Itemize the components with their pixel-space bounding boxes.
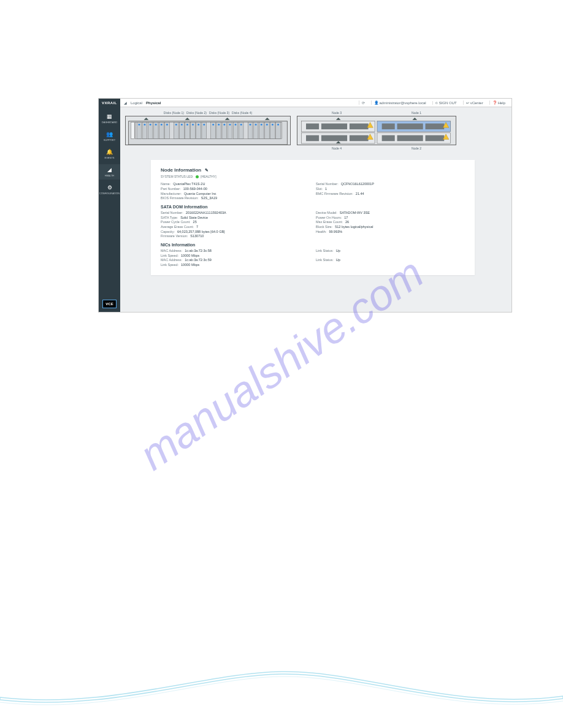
svg-marker-4	[265, 118, 270, 120]
nic-info-value: Up	[336, 249, 340, 254]
node-label-3[interactable]: Node 3	[332, 111, 342, 115]
help-icon: ❓	[492, 100, 497, 105]
svg-point-8	[144, 124, 146, 126]
sata-info-row: SATA Type:Solid State Device	[161, 216, 310, 221]
sata-info-key: Max Erase Count:	[316, 220, 343, 225]
sata-info-row: Serial Number:20160224AA1111592403A	[161, 211, 310, 216]
svg-point-12	[166, 124, 168, 126]
svg-marker-2	[185, 118, 190, 120]
sata-info-value: 64,023,257,088 bytes [64.0 GB]	[177, 230, 225, 235]
svg-rect-42	[426, 124, 445, 130]
svg-point-15	[186, 124, 188, 126]
node-info-key: BIOS Firmware Revision:	[161, 196, 199, 201]
help-link[interactable]: ❓ Help	[489, 100, 508, 105]
node-info-key: BMC Firmware Revision:	[316, 192, 353, 197]
node-info-row: Part Number:100-569-044-00	[161, 187, 310, 192]
dashboard-icon: ▦	[107, 113, 112, 119]
nic-info-key: Link Speed:	[161, 263, 178, 268]
nic-info-key: Link Status:	[316, 258, 334, 263]
brand-logo: VXRAIL	[102, 101, 117, 105]
edit-icon[interactable]: ✎	[205, 168, 209, 172]
refresh-button[interactable]: ⟳	[359, 100, 367, 105]
svg-point-17	[197, 124, 199, 126]
sata-info-row: Firmware Version:S130710	[161, 234, 310, 239]
node-info-value: 1	[325, 187, 327, 192]
disk-group-1[interactable]: Disks (Node 1)	[164, 111, 184, 115]
system-status-line: SYSTEM STATUS LED: [HEALTHY]	[161, 175, 465, 178]
nic-info-value: 1c:ab:3a:72:3c:59	[185, 258, 212, 263]
footer-wave	[0, 654, 563, 728]
node-info-key: Manufacturer:	[161, 192, 182, 197]
nic-info-value: Up	[336, 258, 340, 263]
svg-point-18	[203, 124, 205, 126]
svg-marker-3	[225, 118, 230, 120]
node-label-1[interactable]: Node 1	[412, 111, 421, 115]
svg-point-27	[261, 124, 262, 126]
sata-info-key: Firmware Version:	[161, 234, 188, 239]
sidebar-item-dashboard[interactable]: ▦ DASHBOARD	[99, 111, 120, 126]
node-info-key: Serial Number:	[316, 182, 339, 187]
node-info-row: Serial Number:QCFNO16L6120001P	[316, 182, 465, 187]
username: administrator@vsphere.local	[380, 101, 426, 105]
tab-logical[interactable]: Logical	[131, 101, 142, 105]
svg-point-24	[240, 124, 242, 126]
disk-group-labels: Disks (Node 1) Disks (Node 2) Disks (Nod…	[125, 111, 291, 115]
nic-info-row: Link Speed:10000 Mbps	[161, 263, 310, 268]
sata-info-key: Device Model:	[316, 211, 337, 216]
sidebar-item-configuration[interactable]: ⚙ CONFIGURATION	[99, 182, 120, 197]
chassis-area: Disks (Node 1) Disks (Node 2) Disks (Nod…	[120, 107, 511, 154]
sata-info-value: 17	[344, 216, 348, 221]
svg-rect-45	[350, 135, 369, 142]
node-info-row: Name:QuantaPlex T41S-2U	[161, 182, 310, 187]
sata-info-value: 99.993%	[329, 230, 342, 235]
svg-point-16	[192, 124, 194, 126]
sata-info-key: Block Size:	[316, 225, 332, 230]
sata-info-row: Max Erase Count:26	[316, 220, 465, 225]
sata-info-row: Average Erase Count:7	[161, 225, 310, 230]
sidebar-item-label: CONFIGURATION	[99, 192, 120, 195]
vce-logo: VCE	[102, 300, 116, 308]
sidebar: VXRAIL ▦ DASHBOARD 👥 SUPPORT 🔔 EVENTS ◢ …	[99, 99, 120, 312]
disk-group-4[interactable]: Disks (Node 4)	[232, 111, 252, 115]
signout-label: SIGN OUT	[439, 101, 457, 105]
user-label[interactable]: 👤 administrator@vsphere.local	[371, 100, 429, 105]
sidebar-item-health[interactable]: ◢ HEALTH	[99, 164, 120, 180]
sata-section-heading: SATA DOM Information	[161, 205, 465, 209]
disk-group-2[interactable]: Disks (Node 2)	[186, 111, 207, 115]
chassis-back-diagram[interactable]	[297, 116, 456, 145]
sidebar-item-events[interactable]: 🔔 EVENTS	[99, 146, 120, 162]
sata-info-value: 7	[196, 225, 198, 230]
svg-rect-40	[382, 124, 395, 130]
nic-info-value: 10000 Mbps	[181, 254, 199, 259]
svg-rect-39	[350, 124, 369, 130]
svg-rect-46	[382, 135, 395, 142]
node-label-4[interactable]: Node 4	[332, 146, 342, 150]
nic-info-value: 10000 Mbps	[181, 263, 199, 268]
refresh-icon: ⟳	[362, 100, 365, 105]
svg-point-30	[277, 124, 279, 126]
vcenter-link[interactable]: ↩ vCenter	[463, 100, 486, 105]
sidebar-item-support[interactable]: 👥 SUPPORT	[99, 129, 120, 144]
front-chassis: Disks (Node 1) Disks (Node 2) Disks (Nod…	[125, 111, 291, 150]
sata-info-key: Health:	[316, 230, 326, 235]
chassis-front-diagram[interactable]	[125, 116, 291, 145]
health-icon: ◢	[107, 167, 112, 173]
sata-info-value: 20160224AA1111592403A	[186, 211, 226, 216]
topbar: ◢ Logical Physical ⟳ 👤 administrator@vsp…	[120, 99, 511, 107]
svg-point-25	[250, 124, 251, 126]
svg-marker-1	[144, 118, 149, 120]
svg-point-7	[138, 124, 140, 126]
sata-info-value: 26	[345, 220, 349, 225]
svg-rect-38	[321, 124, 347, 130]
node-label-2[interactable]: Node 2	[412, 146, 421, 150]
nics-section-heading: NICs Information	[161, 243, 465, 247]
nic-info-row: MAC Address:1c:ab:3a:72:3c:58	[161, 249, 310, 254]
svg-rect-43	[306, 135, 319, 142]
disk-group-3[interactable]: Disks (Node 3)	[209, 111, 229, 115]
configuration-icon: ⚙	[107, 184, 112, 191]
nics-grid: MAC Address:1c:ab:3a:72:3c:58Link Speed:…	[161, 249, 465, 268]
nic-info-key: MAC Address:	[161, 249, 182, 254]
node-info-value: 100-569-044-00	[183, 187, 207, 192]
tab-physical[interactable]: Physical	[146, 101, 161, 105]
signout-button[interactable]: ⎋ SIGN OUT	[432, 101, 459, 105]
